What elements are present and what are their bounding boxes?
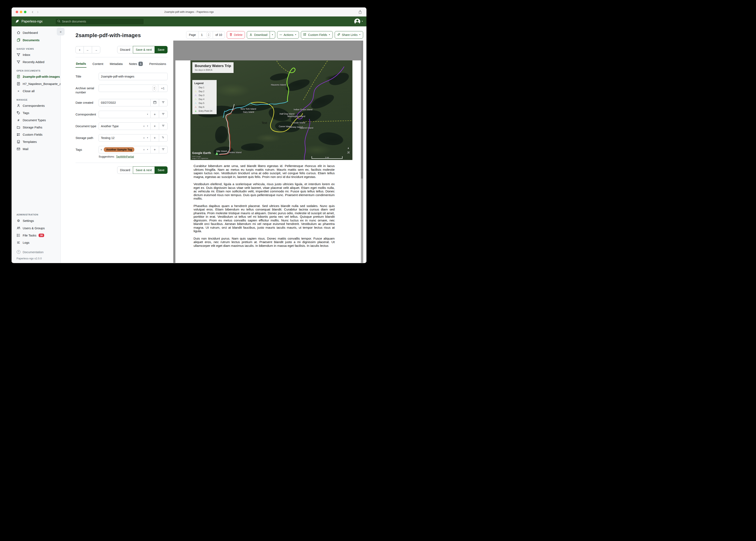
preview-scrollbar[interactable] bbox=[361, 41, 363, 263]
document-type-filter-button[interactable] bbox=[159, 123, 168, 130]
correspondent-add-button[interactable]: + bbox=[150, 111, 159, 118]
share-links-button[interactable]: Share Links ▼ bbox=[335, 31, 363, 39]
track-icon: ∴ bbox=[194, 102, 197, 105]
sidebar-item-users-groups[interactable]: Users & Groups bbox=[12, 225, 60, 232]
tab-notes[interactable]: Notes 1 bbox=[129, 60, 143, 68]
document-toolbar: Page of 10 Delete bbox=[186, 31, 363, 39]
clear-icon[interactable]: × bbox=[143, 136, 145, 140]
tags-select[interactable]: × Another Sample Tag ×▼ bbox=[99, 146, 151, 153]
clear-icon[interactable]: × bbox=[143, 148, 145, 151]
chevron-down-icon: ▼ bbox=[361, 21, 363, 22]
close-doc-button[interactable]: x bbox=[76, 46, 84, 53]
clear-icon[interactable]: × bbox=[143, 124, 145, 128]
tab-details[interactable]: Details bbox=[76, 60, 86, 68]
asn-field[interactable] bbox=[101, 87, 152, 90]
sidebar-collapse-button[interactable]: « bbox=[57, 28, 65, 35]
download-caret-button[interactable]: ▼ bbox=[270, 31, 275, 39]
sidebar-item-inbox[interactable]: Inbox bbox=[12, 51, 60, 58]
page-title: 2sample-pdf-with-images bbox=[76, 32, 141, 39]
sidebar-item-document-types[interactable]: # Document Types bbox=[12, 117, 60, 124]
sidebar-item-recently-added[interactable]: Recently Added bbox=[12, 58, 60, 66]
person-icon bbox=[17, 104, 20, 107]
document-type-add-button[interactable]: + bbox=[150, 123, 159, 130]
correspondent-filter-button[interactable] bbox=[159, 111, 168, 118]
window-title: 2sample-pdf-with-images - Paperless-ngx bbox=[12, 10, 366, 13]
detail-form: Title Archive serial number bbox=[76, 73, 168, 174]
sidebar-item-open-doc-2[interactable]: H7_Napoleon_Bonaparte_zadanie bbox=[12, 80, 60, 87]
sidebar-item-label: Inbox bbox=[23, 53, 30, 57]
discard-button[interactable]: Discard bbox=[117, 46, 133, 53]
app-brand[interactable]: Paperless-ngx bbox=[15, 19, 43, 24]
sidebar-item-documentation[interactable]: ? Documentation bbox=[12, 248, 60, 256]
page-stepper[interactable] bbox=[207, 32, 210, 37]
user-menu[interactable]: ▼ bbox=[354, 19, 363, 25]
save-next-button[interactable]: Save & next bbox=[133, 46, 155, 53]
tags-add-button[interactable]: + bbox=[150, 146, 159, 153]
sidebar-item-settings[interactable]: ⚙ Settings bbox=[12, 217, 60, 225]
sidebar-item-label: Storage Paths bbox=[23, 126, 42, 129]
main-content: 2sample-pdf-with-images Page of 10 bbox=[61, 26, 366, 263]
sidebar-section-saved-views: SAVED VIEWS bbox=[17, 48, 60, 50]
discard-button-bottom[interactable]: Discard bbox=[117, 166, 133, 174]
sidebar-item-tags[interactable]: Tags bbox=[12, 109, 60, 117]
mail-icon bbox=[17, 147, 20, 151]
correspondent-select[interactable]: ▼ bbox=[99, 111, 151, 118]
share-icon[interactable] bbox=[358, 10, 362, 15]
app-navbar: Paperless-ngx ▼ bbox=[12, 17, 366, 26]
delete-button[interactable]: Delete bbox=[227, 31, 245, 39]
asn-stepper[interactable] bbox=[152, 86, 156, 91]
sidebar-item-correspondents[interactable]: Correspondents bbox=[12, 102, 60, 109]
storage-path-select[interactable]: Testing 12 ×▼ bbox=[99, 134, 151, 142]
sidebar-item-templates[interactable]: Templates bbox=[12, 138, 60, 145]
map-credit: Image © 2017 DigitalGlobe bbox=[192, 158, 208, 159]
remove-tag-icon[interactable]: × bbox=[100, 148, 102, 151]
storage-path-filter-button[interactable] bbox=[159, 134, 168, 142]
sidebar-item-label: Logs bbox=[23, 241, 30, 244]
filter-lines-icon bbox=[162, 136, 165, 140]
date-filter-button[interactable] bbox=[159, 99, 168, 106]
map-scale-bar: 3 mi bbox=[312, 156, 343, 159]
file-text-icon bbox=[17, 75, 20, 78]
paperless-logo-icon bbox=[15, 19, 20, 24]
asn-plus-one-button[interactable]: +1 bbox=[158, 85, 168, 92]
sidebar-item-dashboard[interactable]: Dashboard bbox=[12, 29, 60, 36]
search-bar[interactable] bbox=[55, 18, 144, 25]
app-brand-label: Paperless-ngx bbox=[21, 20, 43, 23]
save-button[interactable]: Save bbox=[155, 46, 168, 53]
download-button[interactable]: Download bbox=[247, 31, 270, 39]
sidebar-item-storage-paths[interactable]: Storage Paths bbox=[12, 124, 60, 131]
sidebar-item-open-doc-1[interactable]: 2sample-pdf-with-images bbox=[12, 73, 60, 80]
next-doc-button[interactable]: → bbox=[92, 46, 100, 53]
sidebar-item-file-tasks[interactable]: File Tasks 16 bbox=[12, 232, 60, 239]
tab-permissions[interactable]: Permissions bbox=[149, 60, 167, 67]
previous-doc-button[interactable]: ← bbox=[84, 46, 92, 53]
title-field[interactable] bbox=[101, 75, 165, 78]
search-input[interactable] bbox=[62, 20, 142, 23]
sidebar-item-documents[interactable]: Documents bbox=[12, 36, 60, 44]
sidebar-item-label: File Tasks bbox=[23, 234, 36, 237]
documents-icon bbox=[17, 38, 20, 42]
page-number-input[interactable] bbox=[201, 33, 206, 37]
custom-fields-button[interactable]: Custom Fields ▼ bbox=[301, 31, 333, 39]
save-button-bottom[interactable]: Save bbox=[155, 166, 168, 174]
tags-label: Tags bbox=[76, 146, 99, 153]
storage-path-add-button[interactable]: + bbox=[150, 134, 159, 142]
sidebar-item-custom-fields[interactable]: Custom Fields bbox=[12, 131, 60, 138]
tag-chip[interactable]: Another Sample Tag bbox=[104, 147, 134, 152]
calendar-button[interactable] bbox=[150, 99, 159, 106]
sidebar-item-close-all[interactable]: × Close all bbox=[12, 87, 60, 95]
track-icon: ∴ bbox=[194, 86, 197, 89]
sidebar-item-label: Close all bbox=[23, 89, 35, 93]
actions-button[interactable]: ••• Actions ▼ bbox=[277, 31, 299, 39]
sidebar-item-label: Documentation bbox=[23, 250, 44, 254]
sidebar-item-logs[interactable]: Logs bbox=[12, 239, 60, 246]
tab-content[interactable]: Content bbox=[92, 60, 104, 67]
suggestion-link[interactable]: TagWithPartial bbox=[116, 155, 134, 158]
tags-filter-button[interactable] bbox=[159, 146, 168, 153]
sidebar-item-mail[interactable]: Mail bbox=[12, 145, 60, 153]
date-created-field[interactable] bbox=[101, 101, 148, 104]
document-type-select[interactable]: Another Type ×▼ bbox=[99, 123, 151, 130]
tab-metadata[interactable]: Metadata bbox=[109, 60, 123, 67]
notes-count-badge: 1 bbox=[138, 62, 143, 66]
save-next-button-bottom[interactable]: Save & next bbox=[133, 166, 155, 174]
